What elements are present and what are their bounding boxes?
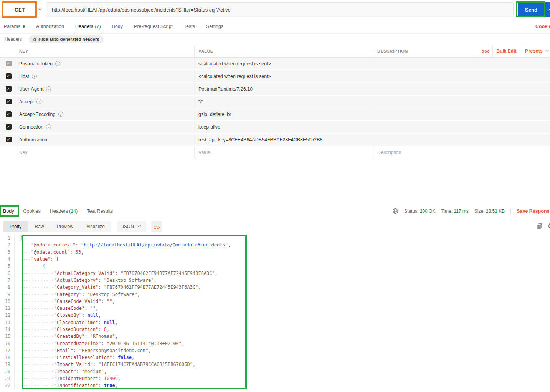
new-key-input[interactable]: Key: [17, 146, 194, 159]
row-checkbox[interactable]: ✓: [6, 99, 12, 104]
indent-guide: ····: [43, 376, 54, 381]
checkbox-cell: ✓: [0, 70, 17, 82]
info-icon[interactable]: i: [46, 124, 51, 129]
key-cell[interactable]: Authorization: [17, 134, 194, 146]
more-options-button[interactable]: ooo: [479, 45, 492, 57]
token-p: ,: [137, 292, 140, 297]
value-cell[interactable]: PostmanRuntime/7.26.10: [194, 83, 373, 95]
tab-headers[interactable]: Headers(7): [75, 19, 101, 33]
view-tab-raw[interactable]: Raw: [28, 221, 50, 232]
tab-tests[interactable]: Tests: [184, 19, 195, 33]
search-icon[interactable]: [548, 223, 550, 229]
value-cell[interactable]: keep-alive: [194, 121, 373, 133]
token-p: ,: [154, 278, 157, 283]
key-cell[interactable]: Connectioni: [17, 121, 194, 133]
json-link[interactable]: http://localhost/HEAT/api/odata/$metadat…: [84, 242, 225, 248]
row-checkbox[interactable]: ✓: [6, 124, 12, 130]
key-cell[interactable]: User-Agenti: [17, 83, 194, 95]
key-text: Authorization: [19, 137, 47, 142]
hide-autogenerated-toggle[interactable]: ø Hide auto-generated headers: [29, 35, 103, 43]
info-icon[interactable]: i: [55, 61, 60, 66]
info-icon[interactable]: i: [58, 112, 63, 117]
method-selector[interactable]: GET: [0, 0, 45, 19]
row-checkbox[interactable]: ✓: [6, 61, 12, 66]
presets-label: Presets: [525, 48, 543, 54]
indent-guide: ····: [43, 306, 54, 311]
indent-guide: ····: [43, 383, 54, 388]
value-cell[interactable]: <calculated when request is sent>: [194, 58, 373, 69]
value-cell[interactable]: <calculated when request is sent>: [194, 70, 373, 82]
indent-guide: ····: [43, 278, 54, 283]
checkbox-cell: ✓: [0, 83, 17, 95]
view-tab-pretty[interactable]: Pretty: [3, 221, 28, 232]
line-number: 21: [0, 375, 15, 382]
indent-guide: ····: [20, 242, 31, 248]
code-line-content: ············"ActualCategory": "Desktop S…: [15, 278, 157, 283]
response-tab-cookies[interactable]: Cookies: [23, 208, 41, 214]
headers-rows: ✓Postman-Tokeni<calculated when request …: [0, 58, 550, 146]
indent-guide: ····: [20, 369, 31, 374]
value-cell[interactable]: gzip, deflate, br: [194, 108, 373, 120]
response-tab-headers[interactable]: Headers(14): [50, 208, 78, 214]
row-checkbox[interactable]: ✓: [6, 86, 12, 92]
row-checkbox[interactable]: ✓: [6, 73, 12, 79]
cookies-link[interactable]: Cookies: [535, 19, 550, 34]
token-key: "ClosedDuration": [54, 327, 99, 332]
view-tabs: PrettyRawPreviewVisualize: [3, 221, 111, 232]
tab-body[interactable]: Body: [112, 19, 123, 33]
response-tab-body[interactable]: Body: [3, 208, 14, 214]
row-checkbox[interactable]: ✓: [6, 111, 12, 117]
indent-guide: ····: [43, 320, 54, 325]
token-p: ,: [115, 383, 118, 388]
wrap-text-button[interactable]: [151, 221, 162, 232]
value-cell[interactable]: */*: [194, 96, 373, 108]
new-description-input[interactable]: Description: [373, 146, 550, 159]
code-line: 16············"CreatedDateTime": "2020-0…: [0, 340, 550, 347]
description-cell: [373, 134, 550, 146]
info-icon[interactable]: i: [32, 74, 37, 79]
token-p: ,: [98, 313, 101, 318]
code-line: 5········{: [0, 263, 550, 270]
code-line-content: ····"@odata.count": 53,: [15, 250, 84, 255]
language-dropdown[interactable]: JSON: [117, 221, 146, 232]
token-str: "Medium": [82, 369, 104, 374]
key-cell[interactable]: Accepti: [17, 96, 194, 108]
code-line: 14············"ClosedDuration": 0,: [0, 326, 550, 333]
token-str: ": [225, 242, 228, 248]
tab-settings[interactable]: Settings: [206, 19, 223, 33]
info-icon[interactable]: i: [46, 86, 51, 91]
value-cell[interactable]: rest_api_key=8CFE4B64ADB54FBBAF28F4CB8E5…: [194, 134, 373, 146]
row-checkbox[interactable]: ✓: [6, 137, 12, 142]
indent-guide: ····: [31, 306, 43, 311]
send-button[interactable]: Send: [518, 2, 545, 17]
save-response-button[interactable]: Save Response: [517, 208, 550, 214]
token-p: :: [98, 320, 104, 325]
description-cell: [373, 96, 550, 108]
url-input[interactable]: http://localhost/HEAT/api/odata/business…: [46, 2, 514, 17]
code-line-content: ············"Impact_Valid": "1AFFC174C7E…: [15, 362, 195, 367]
token-p: ,: [198, 284, 201, 290]
bulk-edit-button[interactable]: Bulk Edit: [492, 45, 520, 57]
new-value-input[interactable]: Value: [194, 146, 373, 159]
info-icon[interactable]: i: [36, 99, 41, 104]
copy-icon[interactable]: [537, 223, 543, 231]
view-tab-preview[interactable]: Preview: [50, 221, 80, 232]
presets-button[interactable]: Presets: [520, 45, 550, 57]
token-key: "Impact_Valid": [54, 362, 93, 367]
key-cell[interactable]: Postman-Tokeni: [17, 58, 194, 69]
tab-authorization[interactable]: Authorization: [36, 19, 64, 33]
indent-guide: ····: [31, 348, 43, 353]
indent-guide: ····: [20, 383, 31, 388]
key-cell[interactable]: Accept-Encodingi: [17, 108, 194, 120]
code-line-content: ············"Category_Valid": "FB7670462…: [15, 284, 201, 290]
key-cell[interactable]: Hosti: [17, 70, 194, 82]
tab-params[interactable]: Params: [4, 19, 25, 33]
token-num: 10409: [104, 376, 118, 381]
indent-guide: ····: [20, 278, 31, 283]
tab-pre-request-script[interactable]: Pre-request Script: [134, 19, 173, 33]
response-tab-test-results[interactable]: Test Results: [87, 208, 113, 214]
send-options-button[interactable]: [545, 2, 550, 17]
line-number: 18: [0, 354, 15, 361]
code-line: 18············"FirstCallResolution": fal…: [0, 354, 550, 361]
view-tab-visualize[interactable]: Visualize: [80, 221, 111, 232]
